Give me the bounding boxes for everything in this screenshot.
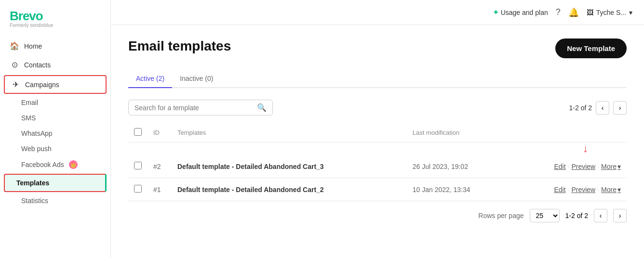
sidebar-label-whatsapp: WhatsApp: [21, 129, 53, 137]
edit-link-2[interactable]: Edit: [554, 186, 565, 194]
row-checkbox-1[interactable]: [134, 162, 142, 169]
search-icon[interactable]: 🔍: [257, 103, 267, 112]
brand-sub: Formerly sendinblue: [10, 23, 101, 28]
page-header: Email templates New Template: [128, 39, 627, 58]
sidebar-item-label-home: Home: [24, 42, 42, 50]
chevron-down-icon: ▾: [629, 9, 632, 16]
tabs: Active (2) Inactive (0): [128, 70, 627, 88]
sidebar-item-campaigns[interactable]: ✈ Campaigns: [5, 76, 106, 93]
col-id: ID: [148, 123, 172, 142]
sidebar-item-facebook-ads[interactable]: Facebook Ads 👑: [0, 156, 110, 173]
sidebar-label-templates: Templates: [16, 179, 49, 187]
page-title: Email templates: [128, 39, 231, 54]
templates-table: ID Templates Last modification ↓ #2: [128, 123, 627, 201]
page-content: Email templates New Template Active (2) …: [111, 25, 644, 258]
chevron-down-icon-1: ▾: [617, 163, 621, 170]
campaigns-icon: ✈: [11, 80, 20, 89]
more-link-1[interactable]: More ▾: [601, 163, 621, 170]
logo: Brevo Formerly sendinblue: [0, 0, 110, 35]
sidebar-label-facebook-ads: Facebook Ads: [21, 161, 64, 168]
sidebar-item-whatsapp[interactable]: WhatsApp: [0, 126, 110, 141]
pagination-next[interactable]: ›: [613, 101, 627, 115]
col-templates: Templates: [172, 123, 354, 142]
edit-link-1[interactable]: Edit: [554, 163, 565, 170]
sidebar-item-email[interactable]: Email: [0, 95, 110, 110]
topbar: ✦ Usage and plan ? 🔔 🖼 Tyche S... ▾: [111, 0, 644, 25]
row-date-1: 26 Jul 2023, 19:02: [407, 155, 510, 178]
search-input[interactable]: [134, 104, 253, 112]
table-footer: Rows per page 10 25 50 100 1-2 of 2 ‹ ›: [128, 201, 627, 230]
search-row: 🔍 1-2 of 2 ‹ ›: [128, 100, 627, 116]
tab-inactive[interactable]: Inactive (0): [172, 70, 221, 88]
rows-per-page-label: Rows per page: [478, 212, 523, 219]
pagination-info: 1-2 of 2 ‹ ›: [569, 101, 627, 115]
brand-name: Brevo: [10, 9, 101, 24]
user-menu[interactable]: 🖼 Tyche S... ▾: [587, 9, 632, 16]
row-id-1: #2: [148, 155, 172, 178]
sidebar-item-sms[interactable]: SMS: [0, 110, 110, 126]
row-name-1: Default template - Detailed Abandoned Ca…: [172, 155, 407, 178]
search-box: 🔍: [128, 100, 273, 116]
col-last-modification: Last modification: [407, 123, 510, 142]
rows-per-page-select[interactable]: 10 25 50 100: [530, 209, 560, 222]
main-content: ✦ Usage and plan ? 🔔 🖼 Tyche S... ▾ Emai…: [111, 0, 644, 258]
row-id-2: #1: [148, 178, 172, 201]
usage-plan-label: Usage and plan: [501, 9, 548, 16]
user-name: Tyche S...: [596, 9, 626, 16]
sidebar-item-webpush[interactable]: Web push: [0, 141, 110, 156]
pagination-count: 1-2 of 2: [569, 104, 592, 112]
sidebar-item-label-campaigns: Campaigns: [25, 81, 59, 89]
sidebar-label-webpush: Web push: [21, 145, 52, 153]
sidebar-item-statistics[interactable]: Statistics: [0, 193, 110, 208]
preview-link-1[interactable]: Preview: [571, 163, 595, 170]
crown-badge: 👑: [69, 160, 78, 169]
row-date-2: 10 Jan 2022, 13:34: [407, 178, 510, 201]
chevron-down-icon-2: ▾: [617, 186, 621, 194]
sidebar-item-contacts[interactable]: ⊙ Contacts: [0, 55, 110, 74]
row-checkbox-2[interactable]: [134, 185, 142, 193]
preview-link-2[interactable]: Preview: [571, 186, 595, 194]
new-template-button[interactable]: New Template: [555, 39, 627, 58]
footer-pagination-next[interactable]: ›: [613, 209, 627, 222]
pagination-prev[interactable]: ‹: [596, 101, 609, 115]
usage-plan-button[interactable]: ✦ Usage and plan: [493, 8, 548, 17]
footer-pagination-count: 1-2 of 2: [565, 212, 588, 219]
help-icon[interactable]: ?: [556, 7, 561, 17]
sidebar-label-email: Email: [21, 99, 38, 106]
sidebar-item-home[interactable]: 🏠 Home: [0, 37, 110, 55]
select-all-checkbox[interactable]: [134, 128, 142, 136]
arrow-row: ↓: [128, 142, 627, 155]
home-icon: 🏠: [10, 41, 19, 51]
sidebar-label-sms: SMS: [21, 114, 36, 122]
sidebar: Brevo Formerly sendinblue 🏠 Home ⊙ Conta…: [0, 0, 111, 258]
row-actions-2: Edit · Preview · More ▾: [516, 186, 621, 194]
table-row: #2 Default template - Detailed Abandoned…: [128, 155, 627, 178]
tab-active[interactable]: Active (2): [128, 70, 172, 88]
notifications-icon[interactable]: 🔔: [568, 7, 579, 18]
sidebar-item-label-contacts: Contacts: [24, 61, 51, 69]
table-row: #1 Default template - Detailed Abandoned…: [128, 178, 627, 201]
sidebar-nav: 🏠 Home ⊙ Contacts ✈ Campaigns Email SMS …: [0, 35, 110, 258]
row-name-2: Default template - Detailed Abandoned Ca…: [172, 178, 407, 201]
row-actions-1: Edit · Preview · More ▾: [516, 163, 621, 170]
more-link-2[interactable]: More ▾: [601, 186, 621, 194]
user-icon: 🖼: [587, 9, 593, 16]
footer-pagination-prev[interactable]: ‹: [594, 209, 607, 222]
usage-icon: ✦: [493, 8, 499, 17]
contacts-icon: ⊙: [10, 60, 19, 69]
sidebar-item-templates[interactable]: Templates: [5, 175, 105, 191]
sidebar-label-statistics: Statistics: [21, 197, 48, 205]
